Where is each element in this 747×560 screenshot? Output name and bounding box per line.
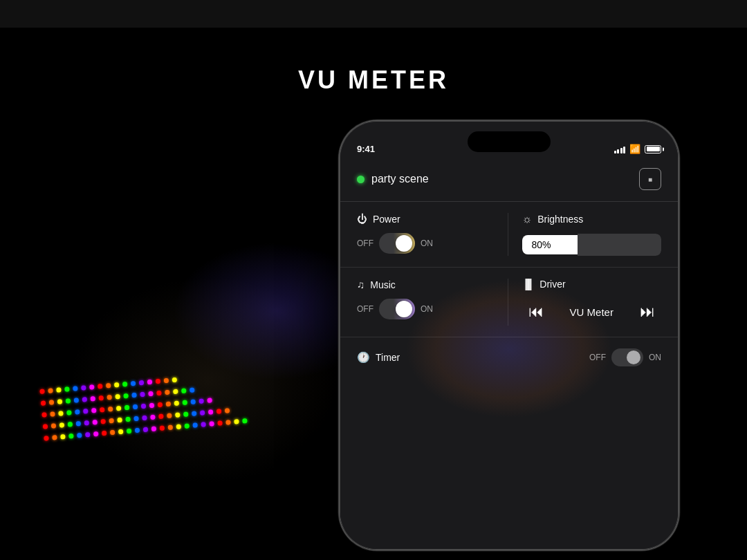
led-dot [110, 430, 116, 436]
led-dot [118, 429, 124, 435]
led-dot [156, 391, 162, 396]
led-dot [122, 382, 128, 387]
led-dot [89, 384, 95, 390]
battery-fill [647, 147, 660, 151]
led-dot [225, 420, 231, 425]
music-driver-row: ♫ Music OFF ON [357, 279, 661, 326]
driver-next-button[interactable]: ⏭ [634, 298, 661, 326]
led-dot [158, 414, 164, 420]
led-dot [84, 420, 90, 426]
timer-label-text: Timer [376, 352, 400, 363]
led-dot [48, 388, 53, 393]
scene-name: party scene [371, 173, 429, 185]
led-dot [42, 412, 47, 418]
music-toggle[interactable] [379, 299, 415, 319]
stop-icon: ■ [648, 176, 652, 183]
led-dot [100, 407, 105, 413]
led-dot [39, 389, 45, 394]
led-dot [209, 421, 214, 427]
led-dot [41, 400, 46, 406]
led-dot [131, 393, 137, 398]
led-dot [100, 419, 106, 424]
timer-toggle[interactable] [611, 348, 643, 366]
led-dot [77, 433, 82, 438]
signal-bars-icon [614, 145, 626, 153]
led-dot [135, 428, 140, 433]
led-dot [183, 411, 189, 417]
led-dot [192, 411, 197, 416]
power-toggle[interactable] [379, 233, 415, 254]
music-icon: ♫ [357, 279, 365, 290]
scene-active-dot [357, 176, 365, 183]
led-dot [75, 409, 80, 415]
led-dot [116, 406, 122, 411]
music-label: ♫ Music [357, 279, 497, 290]
led-dot [44, 436, 49, 441]
led-dot [216, 409, 222, 414]
led-dot [43, 424, 48, 429]
led-dot [151, 427, 157, 432]
led-dot [172, 377, 178, 383]
led-dot [60, 434, 66, 440]
led-dot [85, 432, 91, 438]
led-dot [91, 408, 97, 413]
power-label-text: Power [373, 214, 400, 225]
led-dot [58, 411, 64, 416]
led-dot [173, 389, 178, 395]
prev-icon: ⏮ [528, 303, 544, 321]
power-toggle-thumb [396, 235, 412, 252]
led-dot [51, 423, 57, 429]
power-on-label: ON [421, 239, 433, 248]
phone-frame: 9:41 📶 [340, 121, 679, 550]
led-dot [167, 413, 172, 419]
led-dot [168, 424, 174, 430]
brightness-value: 80% [522, 235, 578, 254]
led-dot [49, 400, 55, 405]
brightness-slider[interactable]: 80% [522, 234, 662, 256]
timer-toggle-group: OFF ON [589, 348, 661, 366]
led-dot [133, 416, 139, 422]
timer-icon: 🕐 [357, 351, 370, 364]
led-dot [165, 390, 170, 395]
led-dot [147, 380, 153, 385]
driver-prev-button[interactable]: ⏮ [522, 298, 550, 326]
status-icons: 📶 [614, 144, 662, 154]
led-dot [160, 425, 165, 431]
led-dot [82, 397, 88, 402]
led-dot [150, 415, 156, 420]
led-dot [190, 387, 195, 393]
led-dot [92, 420, 98, 425]
led-dot [64, 386, 70, 392]
brightness-icon: ☼ [522, 213, 533, 225]
led-dot [50, 411, 55, 417]
driver-icon: ▐▌ [522, 279, 535, 290]
timer-label-group: 🕐 Timer [357, 351, 400, 364]
led-dot [141, 404, 147, 409]
led-dot [133, 404, 138, 410]
scene-left: party scene [357, 173, 429, 185]
led-dot [74, 398, 80, 403]
timer-toggle-thumb [627, 351, 640, 364]
music-on-label: ON [421, 304, 433, 314]
led-dot [124, 405, 130, 411]
led-strips-decoration [39, 371, 247, 440]
power-toggle-row: OFF ON [357, 233, 497, 254]
led-dot [207, 398, 212, 403]
led-dot [98, 384, 103, 389]
led-dot [208, 409, 214, 415]
power-column: ⏻ Power OFF ON [357, 213, 508, 256]
led-dot [143, 427, 149, 433]
led-dot [158, 402, 163, 408]
scene-stop-button[interactable]: ■ [639, 168, 661, 190]
brightness-track[interactable] [578, 234, 662, 256]
phone-mockup: 9:41 📶 [340, 121, 679, 550]
led-dot [52, 435, 57, 440]
led-dot [102, 431, 107, 436]
music-column: ♫ Music OFF ON [357, 279, 508, 326]
led-dot [56, 387, 62, 393]
led-dot [201, 422, 206, 427]
led-dot [225, 408, 230, 413]
led-dot [115, 394, 120, 400]
timer-on-label: ON [649, 353, 661, 362]
led-dot [199, 398, 204, 404]
